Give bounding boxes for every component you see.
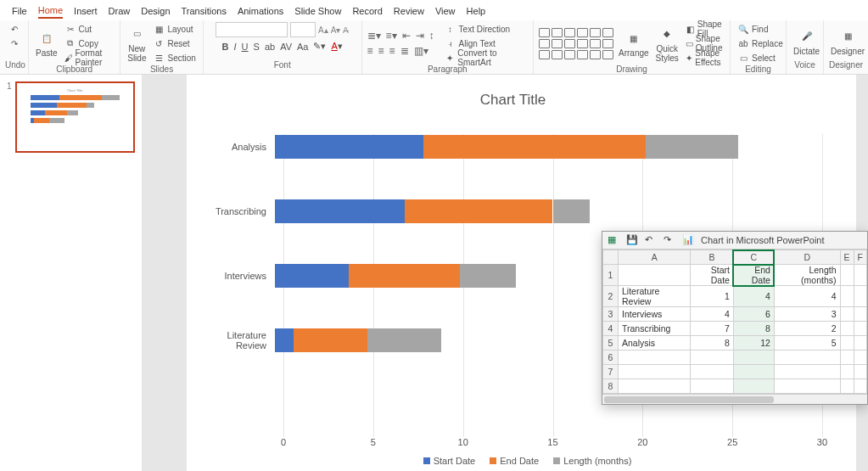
undo-button[interactable]: ↶: [7, 22, 22, 36]
group-paragraph-label: Paragraph: [367, 64, 528, 74]
legend-swatch-end: [490, 457, 496, 464]
designer-button[interactable]: ▦Designer: [829, 27, 866, 56]
select-button[interactable]: ▭Select: [736, 51, 785, 64]
slide-thumbnail[interactable]: Chart Title: [15, 81, 135, 153]
group-font-label: Font: [209, 60, 356, 72]
chart-category-label: Analysis: [195, 142, 275, 152]
sheet-row[interactable]: 5Analysis8125: [603, 336, 867, 350]
chart-icon: 📊: [682, 234, 694, 246]
shadow-button[interactable]: ab: [265, 42, 275, 52]
new-slide-button[interactable]: ▭ New Slide: [126, 25, 148, 63]
outline-icon: ▭: [686, 37, 693, 49]
find-button[interactable]: 🔍Find: [736, 22, 785, 36]
tab-review[interactable]: Review: [394, 6, 424, 18]
arrange-button[interactable]: ▦Arrange: [617, 29, 651, 58]
copy-icon: ⧉: [64, 37, 76, 49]
chart-bar[interactable]: [275, 135, 831, 159]
text-direction-button[interactable]: ↕Text Direction: [443, 22, 528, 36]
line-spacing-button[interactable]: ↕: [429, 30, 434, 42]
chart-data-window[interactable]: ▦ 💾 ↶ ↷ 📊 Chart in Microsoft PowerPoint …: [602, 231, 868, 405]
paste-button[interactable]: 📋 Paste: [34, 29, 59, 58]
layout-button[interactable]: ▦Layout: [151, 22, 197, 36]
new-slide-icon: ▭: [127, 25, 146, 43]
designer-icon: ▦: [838, 27, 857, 46]
sheet-row[interactable]: 4Transcribing782: [603, 322, 867, 336]
numbering-button[interactable]: ≡▾: [386, 30, 397, 42]
columns-button[interactable]: ▥▾: [414, 45, 428, 57]
redo-button[interactable]: ↷: [7, 36, 22, 50]
quick-styles-button[interactable]: ◆Quick Styles: [654, 25, 680, 63]
tab-insert[interactable]: Insert: [74, 6, 98, 18]
tab-file[interactable]: File: [12, 6, 27, 18]
tab-transitions[interactable]: Transitions: [182, 6, 227, 18]
horizontal-scrollbar[interactable]: [602, 394, 867, 404]
sheet-row[interactable]: 1Start DateEnd DateLength (months): [603, 265, 867, 286]
indent-inc-button[interactable]: ⇥: [416, 30, 424, 42]
slide-number: 1: [7, 81, 12, 153]
smartart-button[interactable]: ✦Convert to SmartArt: [443, 51, 528, 64]
tab-help[interactable]: Help: [467, 6, 486, 18]
group-clipboard-label: Clipboard: [34, 64, 115, 74]
ribbon-tabs: File Home Insert Draw Design Transitions…: [0, 0, 868, 20]
tab-view[interactable]: View: [435, 6, 456, 18]
sheet-row[interactable]: 2Literature Review144: [603, 286, 867, 307]
tab-slideshow[interactable]: Slide Show: [294, 6, 341, 18]
ribbon: ↶ ↷ Undo 📋 Paste ✂Cut ⧉Copy 🖌Format Pain…: [0, 20, 868, 75]
tab-record[interactable]: Record: [352, 6, 382, 18]
section-icon: ☰: [153, 52, 165, 64]
tab-home[interactable]: Home: [38, 5, 63, 19]
grow-font-button[interactable]: A▴: [318, 25, 328, 35]
main-area: 1 Chart Title Chart Title AnalysisTransc…: [0, 75, 868, 471]
font-name-input[interactable]: [216, 22, 288, 37]
undo-icon: ↶: [8, 23, 20, 35]
redo-icon[interactable]: ↷: [664, 234, 675, 246]
shape-effects-button[interactable]: ✦Shape Effects: [684, 51, 729, 64]
group-voice-label: Voice: [792, 60, 818, 72]
tab-design[interactable]: Design: [141, 6, 170, 18]
format-painter-button[interactable]: 🖌Format Painter: [63, 51, 115, 64]
underline-button[interactable]: U: [242, 42, 249, 52]
justify-button[interactable]: ≣: [400, 45, 409, 57]
font-size-input[interactable]: [290, 22, 316, 37]
sheet-row[interactable]: 6: [603, 350, 867, 365]
sheet-row[interactable]: 8: [603, 379, 867, 394]
strike-button[interactable]: S: [254, 42, 260, 52]
chart-title: Chart Title: [195, 92, 831, 109]
reset-button[interactable]: ↺Reset: [151, 36, 197, 50]
paste-icon: 📋: [37, 29, 56, 48]
shape-gallery[interactable]: [539, 28, 613, 59]
align-left-button[interactable]: ≡: [367, 45, 373, 57]
font-color-button[interactable]: A▾: [331, 41, 342, 52]
cut-button[interactable]: ✂Cut: [63, 22, 115, 36]
cut-icon: ✂: [64, 23, 76, 35]
effects-icon: ✦: [686, 52, 692, 64]
save-icon[interactable]: 💾: [626, 234, 638, 246]
align-right-button[interactable]: ≡: [389, 45, 395, 57]
replace-button[interactable]: abReplace: [736, 36, 785, 50]
shrink-font-button[interactable]: A▾: [331, 25, 341, 35]
clear-format-button[interactable]: A̶: [343, 25, 349, 35]
bullets-button[interactable]: ≣▾: [367, 30, 381, 42]
section-button[interactable]: ☰Section: [151, 51, 197, 64]
chart-data-window-header[interactable]: ▦ 💾 ↶ ↷ 📊 Chart in Microsoft PowerPoint: [602, 232, 867, 250]
highlight-button[interactable]: ✎▾: [313, 41, 326, 52]
tab-animations[interactable]: Animations: [238, 6, 283, 18]
spacing-button[interactable]: AV: [280, 42, 292, 52]
group-slides-label: Slides: [126, 64, 198, 74]
text-direction-icon: ↕: [445, 23, 456, 35]
indent-dec-button[interactable]: ⇤: [402, 30, 411, 42]
tab-draw[interactable]: Draw: [109, 6, 131, 18]
mic-icon: 🎤: [798, 27, 816, 46]
legend-swatch-length: [553, 457, 560, 464]
chart-bar[interactable]: [275, 199, 831, 223]
bold-button[interactable]: B: [222, 42, 229, 52]
undo-icon[interactable]: ↶: [645, 234, 657, 246]
case-button[interactable]: Aa: [297, 42, 308, 52]
dictate-button[interactable]: 🎤Dictate: [792, 27, 821, 56]
sheet-row[interactable]: 3Interviews463: [603, 307, 867, 322]
italic-button[interactable]: I: [234, 42, 237, 52]
group-drawing-label: Drawing: [539, 64, 725, 74]
spreadsheet[interactable]: A B C D E F 1Start DateEnd DateLength (m…: [602, 250, 867, 394]
sheet-row[interactable]: 7: [603, 365, 867, 379]
align-center-button[interactable]: ≡: [378, 45, 384, 57]
